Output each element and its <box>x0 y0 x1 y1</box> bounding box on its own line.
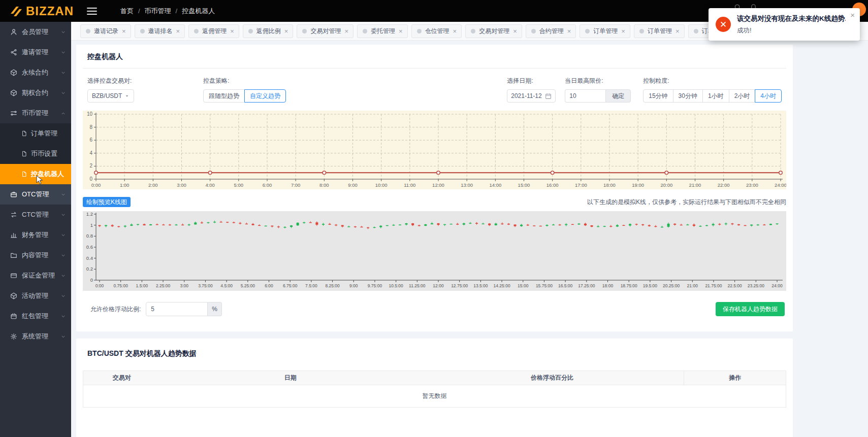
tab-close-icon[interactable]: × <box>453 28 457 35</box>
chevron-down-icon <box>60 212 66 218</box>
tab-close-icon[interactable]: × <box>676 28 680 35</box>
tab-close-icon[interactable]: × <box>122 28 126 35</box>
sidebar-item-币币管理[interactable]: 币币管理 <box>0 103 71 123</box>
breadcrumb-item[interactable]: 币币管理 <box>145 7 171 16</box>
svg-text:2.25:00: 2.25:00 <box>156 283 171 288</box>
sidebar-item-活动管理[interactable]: 活动管理 <box>0 286 71 306</box>
strategy-label: 控盘策略: <box>203 77 286 85</box>
tab-订单管理[interactable]: 订单管理× <box>580 24 630 38</box>
tab-返佣管理[interactable]: 返佣管理× <box>188 24 239 38</box>
granularity-button-30分钟[interactable]: 30分钟 <box>673 89 703 103</box>
menu-toggle-icon[interactable] <box>85 6 99 17</box>
granularity-button-4小时[interactable]: 4小时 <box>755 89 782 103</box>
granularity-button-1小时[interactable]: 1小时 <box>702 89 729 103</box>
sidebar-item-label: 邀请管理 <box>22 48 60 57</box>
tab-label: 订单管理 <box>593 27 618 36</box>
submenu-item-控盘机器人[interactable]: 控盘机器人 <box>0 164 71 184</box>
notification-toast: ✕ 该交易对没有现在及未来的K线趋势... 成功! × <box>709 8 860 41</box>
tab-dot-icon <box>194 29 199 33</box>
svg-text:19.5:00: 19.5:00 <box>643 283 658 288</box>
svg-text:18:00: 18:00 <box>603 182 616 188</box>
table-header-操作: 操作 <box>684 371 786 385</box>
svg-text:24:00: 24:00 <box>771 283 783 288</box>
float-label: 允许价格浮动比例: <box>90 305 141 314</box>
sidebar-item-财务管理[interactable]: 财务管理 <box>0 225 71 245</box>
sidebar-item-label: 内容管理 <box>22 251 60 260</box>
svg-text:5:00: 5:00 <box>234 182 244 188</box>
pair-select[interactable]: BZB/USDT <box>87 89 134 103</box>
tab-close-icon[interactable]: × <box>567 28 571 35</box>
briefcase-icon <box>10 191 17 198</box>
draw-preview-button[interactable]: 绘制预览K线图 <box>83 197 131 207</box>
granularity-label: 控制粒度: <box>643 77 782 85</box>
tab-close-icon[interactable]: × <box>176 28 180 35</box>
tab-close-icon[interactable]: × <box>399 28 403 35</box>
toast-close-icon[interactable]: × <box>850 11 855 19</box>
tab-dot-icon <box>639 29 644 33</box>
granularity-button-15分钟[interactable]: 15分钟 <box>643 89 673 103</box>
tab-交易对管理[interactable]: 交易对管理× <box>297 24 353 38</box>
submenu-item-label: 币币设置 <box>31 149 57 158</box>
calendar-icon <box>545 93 552 99</box>
table-empty-row: 暂无数据 <box>83 385 786 408</box>
sidebar-item-内容管理[interactable]: 内容管理 <box>0 245 71 265</box>
limit-input[interactable] <box>565 89 605 103</box>
submenu-item-订单管理[interactable]: 订单管理 <box>0 123 71 144</box>
chevron-down-icon <box>60 273 66 279</box>
sidebar-item-红包管理[interactable]: 红包管理 <box>0 306 71 326</box>
granularity-button-2小时[interactable]: 2小时 <box>729 89 756 103</box>
strategy-button-自定义趋势[interactable]: 自定义趋势 <box>244 89 286 103</box>
tab-订单管理[interactable]: 订单管理× <box>634 24 685 38</box>
tab-close-icon[interactable]: × <box>621 28 625 35</box>
sidebar-item-CTC管理[interactable]: CTC管理 <box>0 205 71 225</box>
table-header-价格浮动百分比: 价格浮动百分比 <box>421 371 684 385</box>
breadcrumb-item[interactable]: 控盘机器人 <box>182 7 215 16</box>
tab-仓位管理[interactable]: 仓位管理× <box>411 24 462 38</box>
tab-close-icon[interactable]: × <box>344 28 348 35</box>
sidebar-item-永续合约[interactable]: 永续合约 <box>0 62 71 83</box>
svg-text:16:00: 16:00 <box>546 182 559 188</box>
box-icon <box>10 313 17 320</box>
sidebar-item-label: 期权合约 <box>22 88 60 97</box>
float-ratio-input[interactable] <box>146 302 208 316</box>
breadcrumb-item[interactable]: 首页 <box>120 7 134 16</box>
svg-text:12:00: 12:00 <box>432 182 444 188</box>
date-input[interactable]: 2021-11-12 <box>507 89 556 103</box>
logo[interactable]: BIZZAN <box>9 4 74 18</box>
tab-邀请记录[interactable]: 邀请记录× <box>80 24 131 38</box>
trend-line-svg: 02468100:001:002:003:004:005:006:007:008… <box>83 111 786 189</box>
chevron-down-icon <box>60 29 66 35</box>
svg-text:0.8: 0.8 <box>86 233 93 239</box>
sidebar-item-期权合约[interactable]: 期权合约 <box>0 83 71 103</box>
save-robot-data-button[interactable]: 保存机器人趋势数据 <box>716 302 785 316</box>
tab-close-icon[interactable]: × <box>230 28 234 35</box>
sidebar-item-OTC管理[interactable]: OTC管理 <box>0 184 71 205</box>
sidebar-item-会员管理[interactable]: 会员管理 <box>0 22 71 42</box>
sidebar-item-保证金管理[interactable]: 保证金管理 <box>0 265 71 286</box>
strategy-button-跟随型趋势[interactable]: 跟随型趋势 <box>203 89 245 103</box>
tab-close-icon[interactable]: × <box>284 28 288 35</box>
tab-close-icon[interactable]: × <box>513 28 517 35</box>
logo-text: BIZZAN <box>26 4 74 18</box>
tab-交易对管理[interactable]: 交易对管理× <box>465 24 522 38</box>
svg-text:15:00: 15:00 <box>518 283 529 288</box>
tab-label: 合约管理 <box>539 27 564 36</box>
tab-委托管理[interactable]: 委托管理× <box>357 24 408 38</box>
svg-text:6:00: 6:00 <box>263 182 272 188</box>
tab-返佣比例[interactable]: 返佣比例× <box>243 24 294 38</box>
tab-邀请排名[interactable]: 邀请排名× <box>135 24 185 38</box>
section-gap <box>76 331 793 339</box>
tab-dot-icon <box>471 29 475 33</box>
tab-合约管理[interactable]: 合约管理× <box>526 24 576 38</box>
tab-dot-icon <box>86 29 90 33</box>
sidebar-item-邀请管理[interactable]: 邀请管理 <box>0 42 71 62</box>
tab-dot-icon <box>363 29 367 33</box>
content: 控盘机器人 选择控盘交易对: BZB/USDT 控盘策略: 跟随型趋势自定义趋势… <box>71 41 868 437</box>
confirm-button[interactable]: 确定 <box>605 89 631 103</box>
svg-text:4.5:00: 4.5:00 <box>220 283 233 288</box>
submenu-item-币币设置[interactable]: 币币设置 <box>0 144 71 164</box>
sidebar-item-系统管理[interactable]: 系统管理 <box>0 326 71 347</box>
svg-text:12.75:00: 12.75:00 <box>451 283 468 288</box>
submenu-item-label: 控盘机器人 <box>31 170 64 179</box>
tab-dot-icon <box>248 29 253 33</box>
